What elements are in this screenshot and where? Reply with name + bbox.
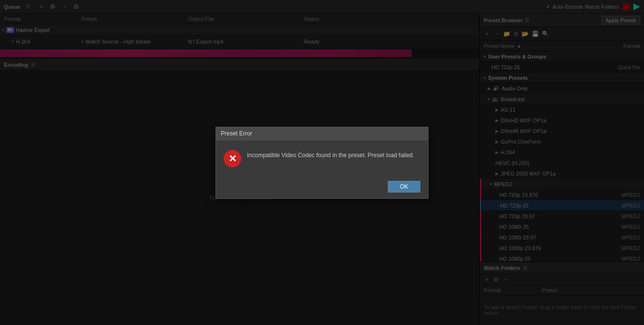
modal-body: ✕ Incompatible Video Codec found in the … — [216, 140, 428, 177]
modal-dialog: Preset Error ✕ Incompatible Video Codec … — [215, 127, 429, 199]
modal-overlay[interactable]: Preset Error ✕ Incompatible Video Codec … — [0, 0, 644, 325]
ok-button[interactable]: OK — [388, 181, 420, 192]
error-icon: ✕ — [224, 150, 241, 167]
modal-titlebar: Preset Error — [216, 127, 428, 140]
error-circle: ✕ — [224, 150, 241, 167]
modal-message: Incompatible Video Codec found in the pr… — [247, 150, 420, 159]
modal-footer: OK — [216, 177, 428, 198]
